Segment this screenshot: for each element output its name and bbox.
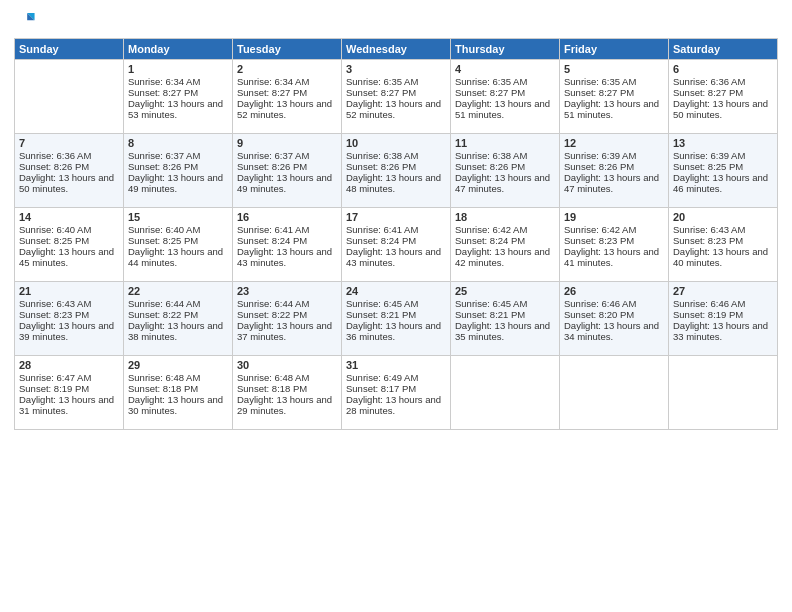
sunset: Sunset: 8:26 PM bbox=[564, 161, 634, 172]
daylight: Daylight: 13 hours and 49 minutes. bbox=[128, 172, 223, 194]
daylight: Daylight: 13 hours and 39 minutes. bbox=[19, 320, 114, 342]
day-cell: 26Sunrise: 6:46 AMSunset: 8:20 PMDayligh… bbox=[560, 282, 669, 356]
daylight: Daylight: 13 hours and 35 minutes. bbox=[455, 320, 550, 342]
sunrise: Sunrise: 6:49 AM bbox=[346, 372, 418, 383]
daylight: Daylight: 13 hours and 43 minutes. bbox=[346, 246, 441, 268]
sunset: Sunset: 8:27 PM bbox=[128, 87, 198, 98]
daylight: Daylight: 13 hours and 49 minutes. bbox=[237, 172, 332, 194]
day-number: 31 bbox=[346, 359, 446, 371]
day-cell: 25Sunrise: 6:45 AMSunset: 8:21 PMDayligh… bbox=[451, 282, 560, 356]
day-number: 30 bbox=[237, 359, 337, 371]
day-number: 15 bbox=[128, 211, 228, 223]
sunrise: Sunrise: 6:35 AM bbox=[346, 76, 418, 87]
sunset: Sunset: 8:27 PM bbox=[237, 87, 307, 98]
daylight: Daylight: 13 hours and 41 minutes. bbox=[564, 246, 659, 268]
header-row: SundayMondayTuesdayWednesdayThursdayFrid… bbox=[15, 39, 778, 60]
day-cell: 27Sunrise: 6:46 AMSunset: 8:19 PMDayligh… bbox=[669, 282, 778, 356]
sunset: Sunset: 8:21 PM bbox=[455, 309, 525, 320]
daylight: Daylight: 13 hours and 37 minutes. bbox=[237, 320, 332, 342]
day-number: 26 bbox=[564, 285, 664, 297]
sunset: Sunset: 8:26 PM bbox=[128, 161, 198, 172]
day-cell: 6Sunrise: 6:36 AMSunset: 8:27 PMDaylight… bbox=[669, 60, 778, 134]
day-cell: 20Sunrise: 6:43 AMSunset: 8:23 PMDayligh… bbox=[669, 208, 778, 282]
day-cell: 23Sunrise: 6:44 AMSunset: 8:22 PMDayligh… bbox=[233, 282, 342, 356]
sunset: Sunset: 8:25 PM bbox=[673, 161, 743, 172]
week-row-2: 7Sunrise: 6:36 AMSunset: 8:26 PMDaylight… bbox=[15, 134, 778, 208]
daylight: Daylight: 13 hours and 33 minutes. bbox=[673, 320, 768, 342]
week-row-4: 21Sunrise: 6:43 AMSunset: 8:23 PMDayligh… bbox=[15, 282, 778, 356]
sunset: Sunset: 8:17 PM bbox=[346, 383, 416, 394]
day-number: 3 bbox=[346, 63, 446, 75]
sunrise: Sunrise: 6:35 AM bbox=[564, 76, 636, 87]
sunset: Sunset: 8:19 PM bbox=[19, 383, 89, 394]
daylight: Daylight: 13 hours and 51 minutes. bbox=[564, 98, 659, 120]
day-number: 10 bbox=[346, 137, 446, 149]
day-cell bbox=[560, 356, 669, 430]
day-cell: 2Sunrise: 6:34 AMSunset: 8:27 PMDaylight… bbox=[233, 60, 342, 134]
daylight: Daylight: 13 hours and 30 minutes. bbox=[128, 394, 223, 416]
sunrise: Sunrise: 6:38 AM bbox=[346, 150, 418, 161]
day-number: 29 bbox=[128, 359, 228, 371]
daylight: Daylight: 13 hours and 40 minutes. bbox=[673, 246, 768, 268]
day-cell: 18Sunrise: 6:42 AMSunset: 8:24 PMDayligh… bbox=[451, 208, 560, 282]
week-row-3: 14Sunrise: 6:40 AMSunset: 8:25 PMDayligh… bbox=[15, 208, 778, 282]
sunrise: Sunrise: 6:40 AM bbox=[19, 224, 91, 235]
sunrise: Sunrise: 6:48 AM bbox=[128, 372, 200, 383]
sunset: Sunset: 8:26 PM bbox=[346, 161, 416, 172]
calendar-table: SundayMondayTuesdayWednesdayThursdayFrid… bbox=[14, 38, 778, 430]
daylight: Daylight: 13 hours and 34 minutes. bbox=[564, 320, 659, 342]
daylight: Daylight: 13 hours and 48 minutes. bbox=[346, 172, 441, 194]
day-cell: 21Sunrise: 6:43 AMSunset: 8:23 PMDayligh… bbox=[15, 282, 124, 356]
daylight: Daylight: 13 hours and 29 minutes. bbox=[237, 394, 332, 416]
sunset: Sunset: 8:19 PM bbox=[673, 309, 743, 320]
day-number: 21 bbox=[19, 285, 119, 297]
day-cell: 12Sunrise: 6:39 AMSunset: 8:26 PMDayligh… bbox=[560, 134, 669, 208]
sunrise: Sunrise: 6:36 AM bbox=[673, 76, 745, 87]
day-number: 18 bbox=[455, 211, 555, 223]
day-number: 17 bbox=[346, 211, 446, 223]
sunset: Sunset: 8:27 PM bbox=[346, 87, 416, 98]
day-cell: 24Sunrise: 6:45 AMSunset: 8:21 PMDayligh… bbox=[342, 282, 451, 356]
day-number: 4 bbox=[455, 63, 555, 75]
day-cell bbox=[669, 356, 778, 430]
daylight: Daylight: 13 hours and 38 minutes. bbox=[128, 320, 223, 342]
sunset: Sunset: 8:25 PM bbox=[128, 235, 198, 246]
day-number: 8 bbox=[128, 137, 228, 149]
day-cell: 30Sunrise: 6:48 AMSunset: 8:18 PMDayligh… bbox=[233, 356, 342, 430]
daylight: Daylight: 13 hours and 47 minutes. bbox=[455, 172, 550, 194]
sunrise: Sunrise: 6:46 AM bbox=[673, 298, 745, 309]
day-cell: 3Sunrise: 6:35 AMSunset: 8:27 PMDaylight… bbox=[342, 60, 451, 134]
header-cell-saturday: Saturday bbox=[669, 39, 778, 60]
header-cell-monday: Monday bbox=[124, 39, 233, 60]
day-number: 27 bbox=[673, 285, 773, 297]
sunrise: Sunrise: 6:36 AM bbox=[19, 150, 91, 161]
day-number: 13 bbox=[673, 137, 773, 149]
day-cell: 16Sunrise: 6:41 AMSunset: 8:24 PMDayligh… bbox=[233, 208, 342, 282]
daylight: Daylight: 13 hours and 51 minutes. bbox=[455, 98, 550, 120]
sunset: Sunset: 8:18 PM bbox=[128, 383, 198, 394]
sunrise: Sunrise: 6:45 AM bbox=[455, 298, 527, 309]
sunrise: Sunrise: 6:41 AM bbox=[346, 224, 418, 235]
day-cell: 28Sunrise: 6:47 AMSunset: 8:19 PMDayligh… bbox=[15, 356, 124, 430]
day-cell: 1Sunrise: 6:34 AMSunset: 8:27 PMDaylight… bbox=[124, 60, 233, 134]
sunrise: Sunrise: 6:40 AM bbox=[128, 224, 200, 235]
day-cell: 13Sunrise: 6:39 AMSunset: 8:25 PMDayligh… bbox=[669, 134, 778, 208]
day-number: 2 bbox=[237, 63, 337, 75]
sunset: Sunset: 8:24 PM bbox=[237, 235, 307, 246]
sunrise: Sunrise: 6:47 AM bbox=[19, 372, 91, 383]
sunset: Sunset: 8:23 PM bbox=[673, 235, 743, 246]
day-cell: 14Sunrise: 6:40 AMSunset: 8:25 PMDayligh… bbox=[15, 208, 124, 282]
week-row-5: 28Sunrise: 6:47 AMSunset: 8:19 PMDayligh… bbox=[15, 356, 778, 430]
daylight: Daylight: 13 hours and 50 minutes. bbox=[19, 172, 114, 194]
header-cell-thursday: Thursday bbox=[451, 39, 560, 60]
sunrise: Sunrise: 6:43 AM bbox=[673, 224, 745, 235]
daylight: Daylight: 13 hours and 52 minutes. bbox=[237, 98, 332, 120]
daylight: Daylight: 13 hours and 53 minutes. bbox=[128, 98, 223, 120]
sunrise: Sunrise: 6:39 AM bbox=[564, 150, 636, 161]
sunset: Sunset: 8:27 PM bbox=[564, 87, 634, 98]
day-cell: 19Sunrise: 6:42 AMSunset: 8:23 PMDayligh… bbox=[560, 208, 669, 282]
daylight: Daylight: 13 hours and 42 minutes. bbox=[455, 246, 550, 268]
day-cell: 15Sunrise: 6:40 AMSunset: 8:25 PMDayligh… bbox=[124, 208, 233, 282]
day-cell: 10Sunrise: 6:38 AMSunset: 8:26 PMDayligh… bbox=[342, 134, 451, 208]
sunset: Sunset: 8:27 PM bbox=[455, 87, 525, 98]
